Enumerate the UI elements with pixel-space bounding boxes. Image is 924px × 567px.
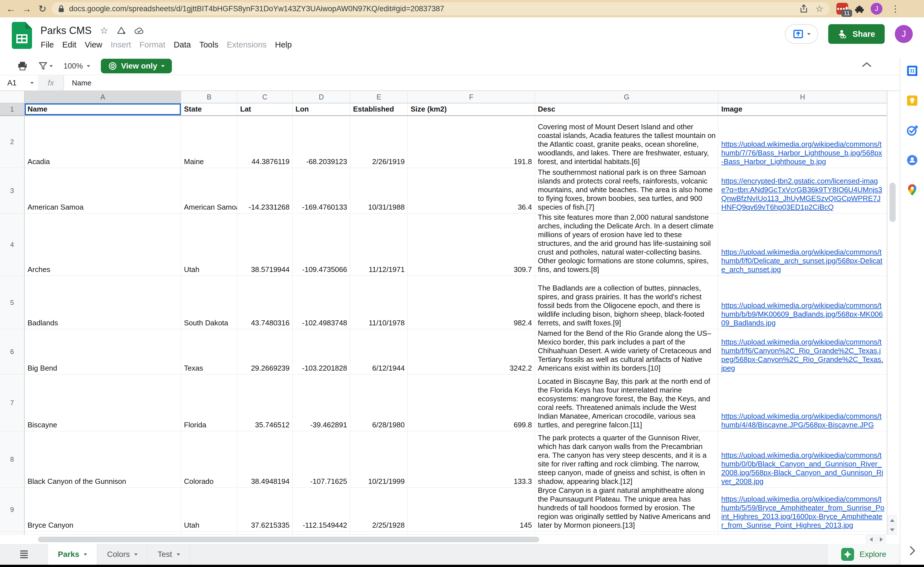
share-page-icon[interactable] bbox=[800, 4, 808, 13]
cell-E1[interactable]: Established bbox=[350, 104, 408, 116]
cell-C7[interactable]: 35.746512 bbox=[237, 374, 292, 431]
cell-E9[interactable]: 2/25/1928 bbox=[350, 488, 408, 532]
cell-H3[interactable]: https://encrypted-tbn2.gstatic.com/licen… bbox=[718, 168, 887, 214]
cell-C1[interactable]: Lat bbox=[237, 104, 292, 116]
cell-B5[interactable]: South Dakota bbox=[181, 276, 237, 329]
cell-F2[interactable]: 191.8 bbox=[408, 116, 535, 168]
cell-A4[interactable]: Arches bbox=[25, 214, 181, 276]
sheets-logo-icon[interactable] bbox=[12, 22, 32, 57]
sheet-tab-test[interactable]: Test bbox=[148, 544, 190, 565]
cell-A1[interactable]: Name bbox=[25, 104, 181, 116]
row-number-4[interactable]: 4 bbox=[0, 214, 25, 276]
cell-B7[interactable]: Florida bbox=[181, 374, 237, 431]
cell-E8[interactable]: 10/21/1999 bbox=[350, 431, 408, 488]
scroll-left-button[interactable] bbox=[866, 535, 876, 544]
filter-icon[interactable] bbox=[38, 62, 53, 71]
cell-link[interactable]: https://upload.wikimedia.org/wikipedia/c… bbox=[718, 140, 886, 168]
cell-F3[interactable]: 36.4 bbox=[408, 168, 535, 214]
password-manager-icon[interactable]: 11 bbox=[836, 3, 848, 15]
cell-D10[interactable] bbox=[292, 532, 350, 534]
row-number-1[interactable]: 1 bbox=[0, 104, 25, 116]
cell-D5[interactable]: -102.4983748 bbox=[292, 276, 350, 329]
menu-view[interactable]: View bbox=[81, 39, 106, 51]
cell-F10[interactable] bbox=[408, 532, 535, 534]
cell-link[interactable]: https://upload.wikimedia.org/wikipedia/c… bbox=[718, 451, 886, 487]
cell-H8[interactable]: https://upload.wikimedia.org/wikipedia/c… bbox=[718, 431, 887, 488]
all-sheets-button[interactable] bbox=[0, 544, 48, 565]
cell-A9[interactable]: Bryce Canyon bbox=[25, 488, 181, 532]
cell-C8[interactable]: 38.4948194 bbox=[237, 431, 292, 488]
forward-icon[interactable]: → bbox=[20, 2, 33, 15]
star-document-icon[interactable]: ☆ bbox=[100, 25, 108, 36]
cell-B3[interactable]: American Samoa bbox=[181, 168, 237, 214]
name-box[interactable]: A1 bbox=[0, 75, 38, 90]
cell-D1[interactable]: Lon bbox=[292, 104, 350, 116]
cell-H6[interactable]: https://upload.wikimedia.org/wikipedia/c… bbox=[718, 329, 887, 374]
zoom-control[interactable]: 100% bbox=[63, 62, 90, 71]
cell-H1[interactable]: Image bbox=[718, 104, 887, 116]
reload-icon[interactable]: ↻ bbox=[36, 2, 49, 15]
row-number-2[interactable]: 2 bbox=[0, 116, 25, 168]
column-header-F[interactable]: F bbox=[408, 91, 535, 104]
google-calendar-icon[interactable]: 31 bbox=[906, 65, 918, 78]
cell-G10[interactable] bbox=[535, 532, 718, 534]
column-header-E[interactable]: E bbox=[350, 91, 408, 104]
row-number-8[interactable]: 8 bbox=[0, 431, 25, 488]
vertical-scrollbar[interactable] bbox=[887, 91, 897, 534]
cell-A2[interactable]: Acadia bbox=[25, 116, 181, 168]
formula-input[interactable]: Name bbox=[64, 75, 91, 90]
cell-G4[interactable]: This site features more than 2,000 natur… bbox=[535, 214, 718, 276]
cell-C2[interactable]: 44.3876119 bbox=[237, 116, 292, 168]
menu-data[interactable]: Data bbox=[170, 39, 195, 51]
browser-menu-icon[interactable]: ⋮ bbox=[891, 3, 900, 14]
row-number-5[interactable]: 5 bbox=[0, 276, 25, 329]
cell-D4[interactable]: -109.4735066 bbox=[292, 214, 350, 276]
row-number-7[interactable]: 7 bbox=[0, 374, 25, 431]
collapse-toolbar-icon[interactable] bbox=[862, 61, 872, 69]
cell-link[interactable]: https://upload.wikimedia.org/wikipedia/c… bbox=[718, 495, 886, 531]
cell-G7[interactable]: Located in Biscayne Bay, this park at th… bbox=[535, 374, 718, 431]
column-header-D[interactable]: D bbox=[292, 91, 350, 104]
cell-F5[interactable]: 982.4 bbox=[408, 276, 535, 329]
cell-D3[interactable]: -169.4760133 bbox=[292, 168, 350, 214]
cell-B1[interactable]: State bbox=[181, 104, 237, 116]
menu-help[interactable]: Help bbox=[271, 39, 296, 51]
cell-G9[interactable]: Bryce Canyon is a giant natural amphithe… bbox=[535, 488, 718, 532]
scroll-right-button[interactable] bbox=[876, 535, 886, 544]
row-number-6[interactable]: 6 bbox=[0, 329, 25, 374]
view-only-button[interactable]: View only bbox=[101, 59, 172, 73]
cell-D2[interactable]: -68.2039123 bbox=[292, 116, 350, 168]
cell-link[interactable]: https://upload.wikimedia.org/wikipedia/c… bbox=[718, 248, 886, 276]
cell-A6[interactable]: Big Bend bbox=[25, 329, 181, 374]
cell-H4[interactable]: https://upload.wikimedia.org/wikipedia/c… bbox=[718, 214, 887, 276]
cell-E6[interactable]: 6/12/1944 bbox=[350, 329, 408, 374]
cell-A5[interactable]: Badlands bbox=[25, 276, 181, 329]
back-icon[interactable]: ← bbox=[4, 2, 17, 15]
row-number-10[interactable] bbox=[0, 532, 25, 534]
column-header-H[interactable]: H bbox=[718, 91, 887, 104]
cell-F7[interactable]: 699.8 bbox=[408, 374, 535, 431]
open-in-app-button[interactable] bbox=[785, 24, 818, 44]
cell-link[interactable]: https://encrypted-tbn2.gstatic.com/licen… bbox=[718, 177, 886, 213]
cell-D7[interactable]: -39.462891 bbox=[292, 374, 350, 431]
cell-B6[interactable]: Texas bbox=[181, 329, 237, 374]
cell-E7[interactable]: 6/28/1980 bbox=[350, 374, 408, 431]
cell-F4[interactable]: 309.7 bbox=[408, 214, 535, 276]
browser-avatar[interactable]: J bbox=[871, 3, 882, 15]
cell-B2[interactable]: Maine bbox=[181, 116, 237, 168]
cell-E5[interactable]: 11/10/1978 bbox=[350, 276, 408, 329]
scroll-down-button[interactable] bbox=[888, 525, 897, 534]
url-text[interactable]: docs.google.com/spreadsheets/d/1gjttBIT4… bbox=[69, 5, 795, 13]
google-keep-icon[interactable] bbox=[906, 95, 918, 108]
cell-G3[interactable]: The southernmost national park is on thr… bbox=[535, 168, 718, 214]
google-maps-icon[interactable] bbox=[907, 184, 918, 197]
cell-F6[interactable]: 3242.2 bbox=[408, 329, 535, 374]
cell-link[interactable]: https://upload.wikimedia.org/wikipedia/c… bbox=[718, 338, 886, 374]
cell-E4[interactable]: 11/12/1971 bbox=[350, 214, 408, 276]
cell-C9[interactable]: 37.6215335 bbox=[237, 488, 292, 532]
cell-D9[interactable]: -112.1549442 bbox=[292, 488, 350, 532]
cell-D6[interactable]: -103.2201828 bbox=[292, 329, 350, 374]
sheet-tab-parks[interactable]: Parks bbox=[48, 544, 97, 565]
cell-B10[interactable] bbox=[181, 532, 237, 534]
print-icon[interactable] bbox=[17, 61, 27, 71]
